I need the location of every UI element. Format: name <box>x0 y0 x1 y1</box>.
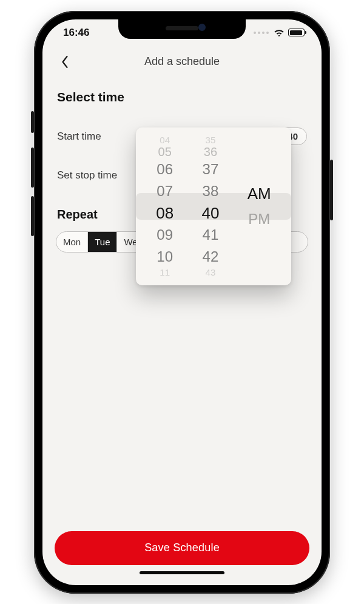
nav-header: Add a schedule <box>42 46 322 78</box>
period-selected: AM <box>248 183 271 205</box>
save-schedule-button[interactable]: Save Schedule <box>55 531 309 565</box>
wifi-icon <box>274 29 285 36</box>
chevron-left-icon <box>61 55 69 69</box>
status-time: 16:46 <box>63 27 89 39</box>
repeat-day-tue[interactable]: Tue <box>88 232 117 252</box>
home-indicator[interactable] <box>140 571 224 574</box>
start-time-label: Start time <box>57 131 101 143</box>
battery-icon <box>288 29 305 36</box>
back-button[interactable] <box>56 53 73 70</box>
minutes-selected: 40 <box>201 202 219 224</box>
status-icons <box>254 29 305 36</box>
time-picker-period-wheel[interactable]: AM PM <box>248 183 271 230</box>
set-stop-time-label: Set stop time <box>57 169 117 182</box>
hours-selected: 08 <box>156 202 174 224</box>
section-title-select-time: Select time <box>57 90 308 104</box>
time-picker-hours-wheel[interactable]: 04 05 06 07 08 09 10 11 <box>156 135 174 277</box>
time-picker-popover[interactable]: 04 05 06 07 08 09 10 11 35 36 37 38 <box>136 127 291 285</box>
cellular-dots-icon <box>254 32 269 34</box>
repeat-day-mon[interactable]: Mon <box>56 232 88 252</box>
page-title: Add a schedule <box>144 55 220 68</box>
time-picker-minutes-wheel[interactable]: 35 36 37 38 40 41 42 43 <box>201 135 219 277</box>
